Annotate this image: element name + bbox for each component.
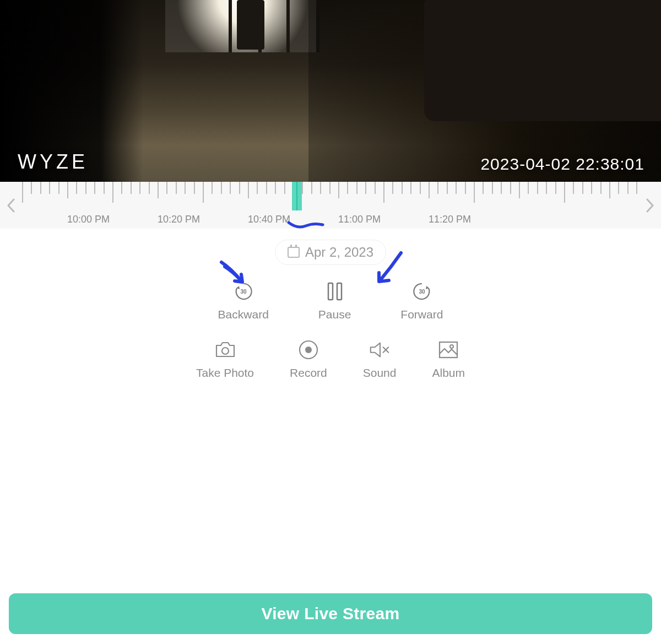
sound-toggle-button[interactable]: Sound — [363, 339, 397, 380]
pause-icon — [324, 280, 346, 302]
album-button[interactable]: Album — [432, 339, 465, 380]
live-button-label: View Live Stream — [261, 604, 399, 623]
timeline-tick-label: 10:20 PM — [158, 214, 248, 225]
sound-label: Sound — [363, 366, 397, 380]
forward-label: Forward — [400, 308, 443, 321]
svg-rect-7 — [440, 342, 457, 358]
playback-video[interactable]: WYZE 2023-04-02 22:38:01 — [0, 0, 661, 182]
pause-button[interactable]: Pause — [318, 280, 351, 321]
view-live-stream-button[interactable]: View Live Stream — [9, 593, 652, 634]
svg-text:30: 30 — [240, 289, 247, 295]
svg-rect-1 — [328, 283, 333, 300]
album-icon — [437, 339, 459, 361]
svg-text:30: 30 — [419, 289, 425, 295]
backward-30-button[interactable]: 30 Backward — [218, 280, 269, 321]
svg-point-8 — [450, 345, 453, 348]
timeline-tick-label: 11:00 PM — [338, 214, 429, 225]
svg-rect-2 — [337, 283, 342, 300]
pause-label: Pause — [318, 308, 351, 321]
calendar-icon — [288, 247, 300, 258]
timeline-next-button[interactable] — [639, 182, 661, 229]
video-timestamp: 2023-04-02 22:38:01 — [480, 155, 644, 174]
record-button[interactable]: Record — [290, 339, 327, 380]
record-icon — [297, 339, 319, 361]
take-photo-label: Take Photo — [196, 366, 254, 380]
forward-30-button[interactable]: 30 Forward — [400, 280, 443, 321]
backward-label: Backward — [218, 308, 269, 321]
rewind-30-icon: 30 — [232, 280, 254, 302]
sound-muted-icon — [369, 339, 391, 361]
date-selector[interactable]: Apr 2, 2023 — [275, 240, 386, 265]
camera-icon — [214, 339, 236, 361]
brand-watermark: WYZE — [18, 150, 88, 174]
forward-30-icon: 30 — [411, 280, 433, 302]
scene-couch — [424, 0, 661, 121]
album-label: Album — [432, 366, 465, 380]
timeline-tick-label: 09:40 PM — [22, 214, 67, 225]
timeline-ruler[interactable]: 09:40 PM10:00 PM10:20 PM10:40 PM11:00 PM… — [22, 182, 639, 229]
svg-point-4 — [222, 348, 229, 354]
timeline-tick-label: 10:40 PM — [248, 214, 338, 225]
timeline-tick-label: 10:00 PM — [67, 214, 158, 225]
timeline-prev-button[interactable] — [0, 182, 22, 229]
timeline-scrubber[interactable]: 09:40 PM10:00 PM10:20 PM10:40 PM11:00 PM… — [0, 182, 661, 229]
scene-figure — [237, 0, 264, 50]
take-photo-button[interactable]: Take Photo — [196, 339, 254, 380]
svg-point-6 — [305, 347, 312, 353]
date-label: Apr 2, 2023 — [305, 245, 373, 260]
timeline-tick-label: 11:20 PM — [429, 214, 519, 225]
playhead-line — [296, 182, 297, 210]
record-label: Record — [290, 366, 327, 380]
